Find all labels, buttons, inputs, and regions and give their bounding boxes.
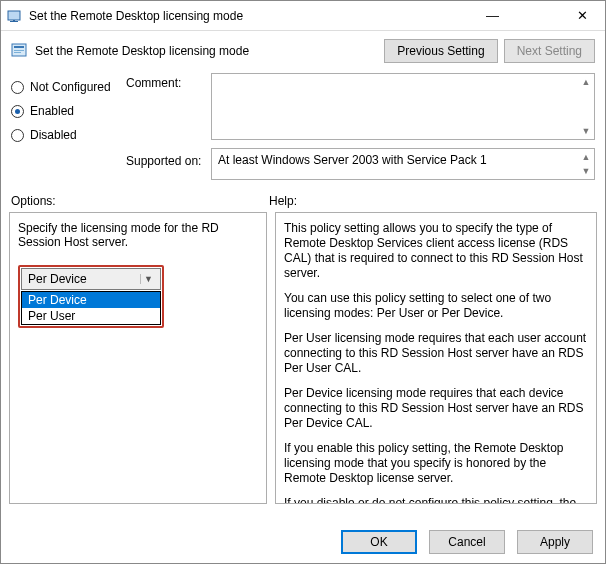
dialog-footer: OK Cancel Apply bbox=[1, 521, 605, 563]
dropdown-value: Per Device bbox=[28, 272, 87, 286]
radio-disabled[interactable]: Disabled bbox=[11, 123, 126, 147]
radio-label: Enabled bbox=[30, 104, 74, 118]
scroll-down-icon[interactable]: ▼ bbox=[579, 124, 593, 138]
header-subtitle: Set the Remote Desktop licensing mode bbox=[35, 44, 378, 58]
radio-label: Not Configured bbox=[30, 80, 111, 94]
licensing-mode-dropdown[interactable]: Per Device ▼ bbox=[21, 268, 161, 290]
licensing-mode-highlight: Per Device ▼ Per Device Per User bbox=[18, 265, 164, 328]
dropdown-item-per-user[interactable]: Per User bbox=[22, 308, 160, 324]
state-radios: Not Configured Enabled Disabled bbox=[11, 73, 126, 180]
scroll-down-icon[interactable]: ▼ bbox=[579, 164, 593, 178]
help-paragraph: Per User licensing mode requires that ea… bbox=[284, 331, 588, 376]
config-area: Not Configured Enabled Disabled Comment:… bbox=[1, 73, 605, 180]
help-label: Help: bbox=[269, 194, 297, 208]
maximize-button[interactable] bbox=[515, 1, 560, 30]
help-paragraph: Per Device licensing mode requires that … bbox=[284, 386, 588, 431]
scroll-up-icon[interactable]: ▲ bbox=[579, 75, 593, 89]
supported-on-box: At least Windows Server 2003 with Servic… bbox=[211, 148, 595, 180]
dropdown-item-per-device[interactable]: Per Device bbox=[22, 292, 160, 308]
svg-rect-1 bbox=[10, 21, 18, 22]
field-labels: Comment: Supported on: bbox=[126, 73, 211, 180]
chevron-down-icon: ▼ bbox=[140, 274, 156, 284]
options-label: Options: bbox=[11, 194, 269, 208]
svg-rect-0 bbox=[8, 11, 20, 20]
help-paragraph: If you enable this policy setting, the R… bbox=[284, 441, 588, 486]
ok-button[interactable]: OK bbox=[341, 530, 417, 554]
close-button[interactable]: ✕ bbox=[560, 1, 605, 30]
svg-rect-5 bbox=[14, 50, 24, 51]
panels: Specify the licensing mode for the RD Se… bbox=[1, 212, 605, 504]
minimize-button[interactable]: — bbox=[470, 1, 515, 30]
header: Set the Remote Desktop licensing mode Pr… bbox=[1, 31, 605, 73]
policy-icon bbox=[11, 42, 29, 60]
help-paragraph: You can use this policy setting to selec… bbox=[284, 291, 588, 321]
help-paragraph: This policy setting allows you to specif… bbox=[284, 221, 588, 281]
dropdown-list: Per Device Per User bbox=[21, 291, 161, 325]
options-panel: Specify the licensing mode for the RD Se… bbox=[9, 212, 267, 504]
supported-label: Supported on: bbox=[126, 154, 211, 168]
app-icon bbox=[7, 8, 23, 24]
svg-rect-6 bbox=[14, 52, 21, 53]
supported-value: At least Windows Server 2003 with Servic… bbox=[218, 153, 487, 167]
cancel-button[interactable]: Cancel bbox=[429, 530, 505, 554]
titlebar: Set the Remote Desktop licensing mode — … bbox=[1, 1, 605, 31]
radio-icon bbox=[11, 129, 24, 142]
section-headers: Options: Help: bbox=[1, 180, 605, 212]
previous-setting-button[interactable]: Previous Setting bbox=[384, 39, 497, 63]
radio-enabled[interactable]: Enabled bbox=[11, 99, 126, 123]
svg-rect-4 bbox=[14, 46, 24, 48]
radio-not-configured[interactable]: Not Configured bbox=[11, 75, 126, 99]
field-values: ▲ ▼ At least Windows Server 2003 with Se… bbox=[211, 73, 595, 180]
radio-icon bbox=[11, 105, 24, 118]
next-setting-button: Next Setting bbox=[504, 39, 595, 63]
apply-button[interactable]: Apply bbox=[517, 530, 593, 554]
radio-label: Disabled bbox=[30, 128, 77, 142]
svg-rect-2 bbox=[13, 20, 15, 21]
scroll-up-icon[interactable]: ▲ bbox=[579, 150, 593, 164]
radio-icon bbox=[11, 81, 24, 94]
help-paragraph: If you disable or do not configure this … bbox=[284, 496, 588, 504]
window-title: Set the Remote Desktop licensing mode bbox=[29, 9, 470, 23]
options-description: Specify the licensing mode for the RD Se… bbox=[18, 221, 258, 249]
help-panel: This policy setting allows you to specif… bbox=[275, 212, 597, 504]
comment-label: Comment: bbox=[126, 76, 211, 130]
comment-textarea[interactable]: ▲ ▼ bbox=[211, 73, 595, 140]
